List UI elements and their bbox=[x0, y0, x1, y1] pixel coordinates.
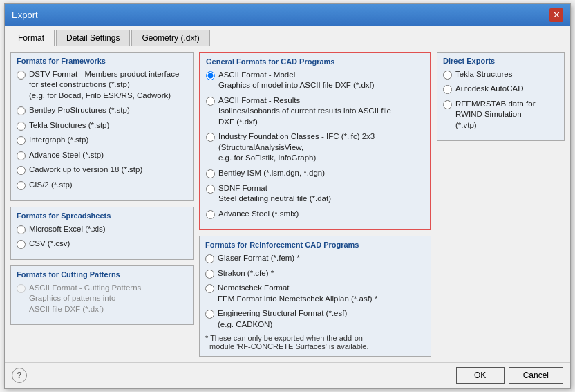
reinforcement-section: Formats for Reinforcement CAD Programs G… bbox=[199, 236, 431, 357]
csv-label: CSV (*.csv) bbox=[29, 239, 70, 250]
list-item: ASCII Format - Cutting PatternsGraphics … bbox=[17, 283, 187, 315]
tab-geometry[interactable]: Geometry (.dxf) bbox=[131, 30, 209, 46]
general-cad-section: General Formats for CAD Programs ASCII F… bbox=[199, 52, 431, 230]
intergraph-label: Intergraph (*.stp) bbox=[29, 135, 88, 146]
dialog-title: Export bbox=[12, 10, 38, 20]
cis2-radio[interactable] bbox=[17, 181, 26, 190]
dstv-label: DSTV Format - Members product interface … bbox=[29, 69, 187, 102]
list-item: Nemetschek FormatFEM Format into Nemetsc… bbox=[205, 283, 425, 304]
export-dialog: Export ✕ Format Detail Settings Geometry… bbox=[4, 3, 571, 389]
bentley-pro-label: Bentley ProStructures (*.stp) bbox=[29, 105, 130, 116]
list-item: SDNF FormatSteel detailing neutral file … bbox=[206, 183, 424, 205]
sdnf-radio[interactable] bbox=[206, 185, 215, 194]
list-item: Industry Foundation Classes - IFC (*.ifc… bbox=[206, 131, 424, 164]
advance-steel-stp-radio[interactable] bbox=[17, 151, 26, 160]
strakon-label: Strakon (*.cfe) * bbox=[218, 268, 274, 279]
cutting-title: Formats for Cutting Patterns bbox=[17, 270, 187, 279]
ascii-model-label: ASCII Format - ModelGraphics of model in… bbox=[218, 70, 375, 91]
frameworks-title: Formats for Frameworks bbox=[17, 57, 187, 65]
footer: ? OK Cancel bbox=[5, 362, 570, 388]
spreadsheets-title: Formats for Spreadsheets bbox=[17, 212, 187, 220]
right-column: Direct Exports Tekla Structures Autodesk… bbox=[437, 52, 565, 357]
left-column: Formats for Frameworks DSTV Format - Mem… bbox=[10, 52, 194, 357]
tab-bar: Format Detail Settings Geometry (.dxf) bbox=[5, 26, 570, 46]
cis2-label: CIS/2 (*.stp) bbox=[29, 180, 73, 191]
tab-detail-settings[interactable]: Detail Settings bbox=[56, 30, 130, 46]
cadwork-label: Cadwork up to version 18 (*.stp) bbox=[29, 165, 142, 176]
direct-exports-section: Direct Exports Tekla Structures Autodesk… bbox=[437, 52, 565, 142]
glaser-label: Glaser Format (*.fem) * bbox=[218, 253, 300, 264]
main-content: Formats for Frameworks DSTV Format - Mem… bbox=[5, 46, 570, 362]
tekla-stp-radio[interactable] bbox=[17, 122, 26, 131]
ascii-results-radio[interactable] bbox=[206, 97, 215, 106]
csv-radio[interactable] bbox=[17, 240, 26, 249]
list-item: Bentley ProStructures (*.stp) bbox=[17, 105, 187, 116]
list-item: ASCII Format - ModelGraphics of model in… bbox=[206, 70, 424, 91]
list-item: Bentley ISM (*.ism.dgn, *.dgn) bbox=[206, 168, 424, 179]
ok-button[interactable]: OK bbox=[456, 367, 505, 384]
tekla-stp-label: Tekla Structures (*.stp) bbox=[29, 120, 109, 131]
list-item: Intergraph (*.stp) bbox=[17, 135, 187, 146]
rwind-radio[interactable] bbox=[443, 100, 452, 109]
list-item: Tekla Structures (*.stp) bbox=[17, 120, 187, 131]
excel-radio[interactable] bbox=[17, 225, 26, 234]
advance-steel-stp-label: Advance Steel (*.stp) bbox=[29, 150, 104, 161]
list-item: RFEM/RSTAB data for RWIND Simulation(*.v… bbox=[443, 99, 558, 131]
close-button[interactable]: ✕ bbox=[549, 8, 563, 22]
nemetschek-radio[interactable] bbox=[205, 284, 214, 293]
tab-format[interactable]: Format bbox=[8, 30, 55, 46]
cadwork-radio[interactable] bbox=[17, 166, 26, 175]
general-cad-title: General Formats for CAD Programs bbox=[206, 57, 424, 66]
ifc-radio[interactable] bbox=[206, 133, 215, 142]
cutting-radio[interactable] bbox=[17, 284, 26, 293]
rwind-label: RFEM/RSTAB data for RWIND Simulation(*.v… bbox=[455, 99, 558, 131]
excel-label: Microsoft Excel (*.xls) bbox=[29, 224, 106, 235]
bentley-ism-radio[interactable] bbox=[206, 169, 215, 178]
list-item: Strakon (*.cfe) * bbox=[205, 268, 425, 279]
ifc-label: Industry Foundation Classes - IFC (*.ifc… bbox=[218, 131, 375, 164]
cutting-section: Formats for Cutting Patterns ASCII Forma… bbox=[10, 265, 194, 326]
cutting-label: ASCII Format - Cutting PatternsGraphics … bbox=[29, 283, 141, 315]
bentley-ism-label: Bentley ISM (*.ism.dgn, *.dgn) bbox=[218, 168, 325, 179]
nemetschek-label: Nemetschek FormatFEM Format into Nemetsc… bbox=[218, 283, 377, 304]
tekla-direct-label: Tekla Structures bbox=[455, 69, 512, 80]
tekla-direct-radio[interactable] bbox=[443, 71, 452, 80]
title-bar: Export ✕ bbox=[5, 4, 570, 26]
intergraph-radio[interactable] bbox=[17, 136, 26, 145]
list-item: CIS/2 (*.stp) bbox=[17, 180, 187, 191]
strakon-radio[interactable] bbox=[205, 270, 214, 279]
spreadsheets-section: Formats for Spreadsheets Microsoft Excel… bbox=[10, 207, 194, 260]
footer-buttons: OK Cancel bbox=[456, 367, 563, 384]
bentley-pro-radio[interactable] bbox=[17, 106, 26, 115]
ascii-results-label: ASCII Format - ResultsIsolines/Isobands … bbox=[218, 95, 391, 128]
cancel-button[interactable]: Cancel bbox=[509, 367, 563, 384]
list-item: Tekla Structures bbox=[443, 69, 558, 80]
advance-steel-smlx-label: Advance Steel (*.smlx) bbox=[218, 209, 299, 220]
list-item: Advance Steel (*.stp) bbox=[17, 150, 187, 161]
list-item: Microsoft Excel (*.xls) bbox=[17, 224, 187, 235]
autocad-label: Autodesk AutoCAD bbox=[455, 84, 523, 95]
list-item: Autodesk AutoCAD bbox=[443, 84, 558, 95]
ascii-model-radio[interactable] bbox=[206, 71, 215, 80]
list-item: ASCII Format - ResultsIsolines/Isobands … bbox=[206, 95, 424, 128]
autocad-radio[interactable] bbox=[443, 85, 452, 94]
mid-column: General Formats for CAD Programs ASCII F… bbox=[199, 52, 431, 357]
esf-radio[interactable] bbox=[205, 310, 214, 319]
frameworks-section: Formats for Frameworks DSTV Format - Mem… bbox=[10, 52, 194, 201]
list-item: Engineering Structural Format (*.esf)(e.… bbox=[205, 308, 425, 330]
reinforcement-title: Formats for Reinforcement CAD Programs bbox=[205, 241, 425, 249]
list-item: Glaser Format (*.fem) * bbox=[205, 253, 425, 264]
advance-steel-smlx-radio[interactable] bbox=[206, 210, 215, 219]
esf-label: Engineering Structural Format (*.esf)(e.… bbox=[218, 308, 347, 330]
list-item: CSV (*.csv) bbox=[17, 239, 187, 250]
reinforcement-note: * These can only be exported when the ad… bbox=[205, 334, 425, 351]
help-button[interactable]: ? bbox=[12, 368, 27, 383]
dstv-radio[interactable] bbox=[17, 71, 26, 80]
list-item: Cadwork up to version 18 (*.stp) bbox=[17, 165, 187, 176]
list-item: Advance Steel (*.smlx) bbox=[206, 209, 424, 220]
direct-exports-title: Direct Exports bbox=[443, 57, 558, 65]
sdnf-label: SDNF FormatSteel detailing neutral file … bbox=[218, 183, 331, 205]
glaser-radio[interactable] bbox=[205, 254, 214, 263]
list-item: DSTV Format - Members product interface … bbox=[17, 69, 187, 102]
